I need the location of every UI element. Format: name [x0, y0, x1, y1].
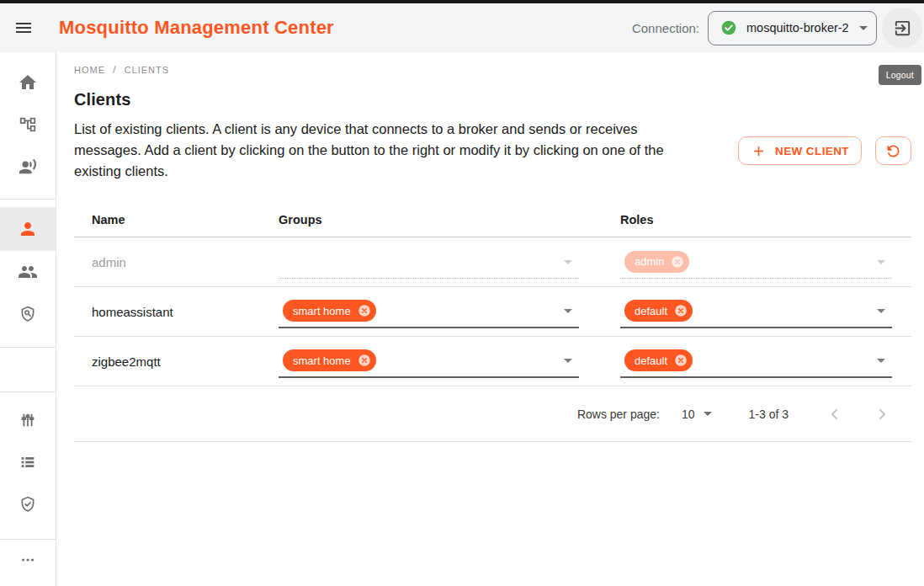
sidebar-divider	[0, 392, 56, 392]
chevron-down-icon	[877, 359, 885, 363]
menu-button[interactable]	[7, 11, 40, 45]
role-chip: admin	[624, 251, 689, 273]
chevron-right-icon	[872, 404, 892, 424]
roles-icon	[19, 305, 37, 323]
groups-cell: smart home	[279, 295, 620, 328]
roles-select[interactable]: default	[620, 344, 892, 378]
groups-cell	[279, 245, 620, 279]
table-row[interactable]: homeassistant smart home default	[74, 287, 911, 337]
client-name: admin	[74, 255, 279, 269]
page-description: List of existing clients. A client is an…	[74, 119, 707, 182]
chevron-down-icon	[877, 309, 885, 313]
streams-icon	[19, 453, 37, 471]
sidebar-item-roles[interactable]	[0, 293, 56, 335]
chevron-down-icon	[704, 412, 712, 416]
main-content: HOME / CLIENTS Clients List of existing …	[57, 52, 924, 586]
table-row[interactable]: zigbee2mqtt smart home default	[74, 337, 911, 386]
column-header-roles: Roles	[620, 213, 911, 226]
chip-label: admin	[635, 255, 664, 268]
chevron-down-icon	[564, 359, 572, 363]
group-chip: smart home	[283, 300, 376, 322]
sidebar-spacer	[0, 348, 56, 392]
role-chip: default	[624, 349, 693, 371]
page-actions: NEW CLIENT	[738, 136, 911, 165]
app-title: Mosquitto Management Center	[59, 17, 334, 39]
groups-icon	[18, 262, 38, 282]
rows-per-page-value: 10	[682, 408, 695, 421]
groups-select[interactable]: smart home	[279, 295, 579, 328]
role-chip: default	[624, 300, 693, 322]
rows-per-page-label: Rows per page:	[577, 408, 660, 421]
connection-value: mosquitto-broker-2	[746, 21, 859, 35]
roles-select[interactable]: default	[620, 295, 892, 328]
chip-label: smart home	[293, 305, 351, 317]
connection-label: Connection:	[632, 21, 699, 35]
rows-per-page-select[interactable]: 10	[682, 408, 712, 421]
chip-delete-icon[interactable]	[357, 353, 372, 368]
logout-button[interactable]	[882, 8, 922, 48]
window-top-strip	[0, 0, 924, 3]
logout-tooltip: Logout	[879, 65, 921, 85]
roles-cell: admin	[620, 245, 911, 279]
more-icon	[19, 551, 37, 569]
app-bar: Mosquitto Management Center Connection: …	[0, 3, 924, 52]
chevron-down-icon	[564, 260, 572, 264]
refresh-button[interactable]	[875, 136, 911, 165]
group-chip: smart home	[283, 349, 376, 371]
new-client-button-label: NEW CLIENT	[775, 145, 849, 157]
chip-delete-icon[interactable]	[673, 303, 688, 318]
clients-icon	[18, 219, 38, 239]
sidebar-item-more[interactable]	[0, 540, 56, 580]
sidebar-item-clients[interactable]	[0, 207, 56, 251]
appbar-right: Connection: mosquitto-broker-2	[632, 8, 924, 48]
chevron-down-icon	[877, 260, 885, 264]
sidebar-divider	[0, 199, 56, 200]
home-icon	[18, 72, 38, 93]
new-client-button[interactable]: NEW CLIENT	[738, 136, 862, 165]
client-connections-icon	[19, 157, 37, 176]
client-name: homeassistant	[74, 305, 279, 319]
table-header-row: Name Groups Roles	[74, 203, 911, 237]
table-row[interactable]: admin admin	[74, 237, 911, 287]
topology-icon	[19, 115, 37, 134]
groups-cell: smart home	[279, 344, 620, 378]
refresh-icon	[884, 142, 902, 160]
breadcrumb-home[interactable]: HOME	[74, 65, 105, 75]
column-header-groups: Groups	[279, 213, 620, 226]
chip-label: default	[635, 305, 667, 317]
chevron-down-icon	[859, 26, 868, 30]
sidebar-item-streams[interactable]	[0, 441, 56, 483]
page-title: Clients	[74, 90, 911, 109]
chip-label: default	[635, 354, 667, 367]
logout-icon	[893, 19, 912, 38]
sidebar-item-plugins[interactable]	[0, 399, 56, 441]
chevron-down-icon	[564, 309, 572, 313]
sidebar	[0, 52, 56, 586]
client-name: zigbee2mqtt	[74, 354, 279, 369]
roles-cell: default	[620, 344, 911, 378]
next-page-button[interactable]	[871, 403, 893, 425]
chip-delete-icon[interactable]	[673, 353, 688, 368]
previous-page-button[interactable]	[824, 403, 846, 425]
sidebar-item-groups[interactable]	[0, 251, 56, 293]
roles-select[interactable]: admin	[620, 245, 892, 279]
chip-delete-icon[interactable]	[670, 254, 685, 269]
table-pagination: Rows per page: 10 1-3 of 3	[74, 386, 911, 442]
groups-select[interactable]	[279, 245, 579, 279]
plugins-icon	[19, 411, 37, 429]
chip-delete-icon[interactable]	[357, 303, 372, 318]
pagination-range: 1-3 of 3	[749, 408, 789, 421]
roles-cell: default	[620, 295, 911, 328]
sidebar-item-client-connections[interactable]	[0, 146, 56, 188]
breadcrumb-clients: CLIENTS	[125, 65, 169, 75]
breadcrumb: HOME / CLIENTS	[74, 63, 911, 76]
security-icon	[19, 495, 37, 514]
groups-select[interactable]: smart home	[279, 344, 579, 378]
connection-select[interactable]: mosquitto-broker-2	[708, 11, 877, 45]
chevron-left-icon	[825, 404, 845, 424]
sidebar-item-topology[interactable]	[0, 104, 56, 146]
sidebar-item-home[interactable]	[0, 61, 56, 104]
sidebar-item-security[interactable]	[0, 483, 56, 525]
column-header-name: Name	[74, 213, 279, 226]
menu-icon	[13, 18, 34, 38]
